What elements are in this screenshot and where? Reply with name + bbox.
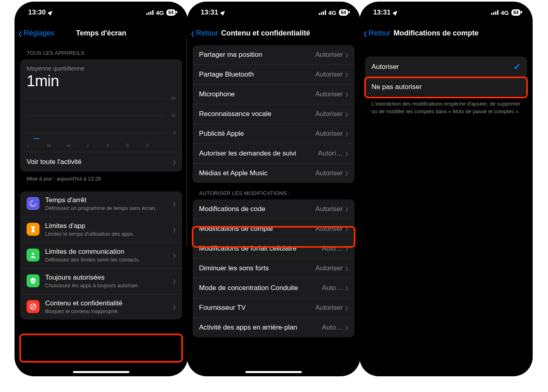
usage-card[interactable]: Moyenne quotidienne 1min 2h 1h 0 LMMJVSD… <box>20 59 182 172</box>
chevron-right-icon: › <box>345 203 348 215</box>
usage-chart: 2h 1h 0 <box>27 95 176 139</box>
setting-value: Auto… <box>322 245 343 253</box>
days-axis: LMMJVSD <box>20 141 182 148</box>
setting-row[interactable]: Modifications de forfait cellulaireAuto…… <box>193 239 355 259</box>
setting-row[interactable]: Diminuer les sons fortsAutoriser› <box>193 259 355 278</box>
section-header-devices: TOUS LES APPAREILS <box>15 43 188 59</box>
chevron-right-icon: › <box>345 148 348 160</box>
menu-item-subtitle: Définissez un programme de temps sans éc… <box>45 205 173 212</box>
setting-row[interactable]: Modifications de codeAutoriser› <box>193 199 355 219</box>
signal-icon <box>146 10 154 15</box>
settings-menu: Temps d'arrêtDéfinissez un programme de … <box>20 191 182 319</box>
nav-bar: ‹ Retour Contenu et confidentialité <box>187 23 360 43</box>
setting-label: Activité des apps en arrière-plan <box>199 324 322 332</box>
chevron-right-icon: › <box>345 223 348 235</box>
back-button[interactable]: ‹ Retour <box>191 28 218 38</box>
menu-item-title: Toujours autorisées <box>45 274 173 282</box>
menu-item-hour[interactable]: Limites d'appLimitez le temps d'utilisat… <box>20 217 182 243</box>
setting-row[interactable]: Fournisseur TVAutoriser› <box>193 298 355 318</box>
svg-point-0 <box>32 253 34 255</box>
menu-item-allow[interactable]: Toujours autoriséesChoisissez les apps à… <box>20 269 182 295</box>
setting-value: Autoriser <box>316 304 343 312</box>
setting-label: Médias et Apple Music <box>199 169 316 177</box>
setting-value: Autoriser <box>316 205 343 213</box>
setting-value: Autoriser <box>316 90 343 98</box>
back-button[interactable]: ‹ Réglages <box>19 28 54 38</box>
back-label: Réglages <box>24 29 54 37</box>
page-title: Contenu et confidentialité <box>221 29 310 37</box>
home-indicator[interactable] <box>73 371 129 373</box>
network-label: 4G <box>156 9 164 16</box>
chevron-right-icon: › <box>345 168 348 179</box>
status-time: 13:31 <box>201 8 218 17</box>
chevron-right-icon: › <box>345 69 348 81</box>
updated-label: Mise à jour : aujourd'hui à 13:28 <box>15 172 188 182</box>
chevron-right-icon: › <box>173 156 176 168</box>
menu-item-subtitle: Définissez des limites selon les contact… <box>45 257 173 263</box>
setting-value: Autoriser <box>316 71 343 79</box>
option-disallow[interactable]: Ne pas autoriser <box>365 78 527 96</box>
setting-label: Partager ma position <box>199 51 316 59</box>
setting-row[interactable]: Mode de concentration ConduiteAuto…› <box>193 278 355 298</box>
setting-row[interactable]: Partage BluetoothAutoriser› <box>193 65 355 85</box>
hour-icon <box>27 223 39 236</box>
status-bar: 13:31 4G 64 <box>187 2 360 23</box>
setting-row[interactable]: MicrophoneAutoriser› <box>193 85 355 104</box>
option-allow[interactable]: Autoriser ✓ <box>365 56 527 78</box>
setting-row[interactable]: Activité des apps en arrière-planAuto…› <box>193 318 355 337</box>
menu-item-subtitle: Bloquez le contenu inapproprié. <box>45 308 173 315</box>
setting-value: Autoriser <box>316 110 343 118</box>
menu-item-title: Limites de communication <box>45 248 173 256</box>
menu-item-subtitle: Limitez le temps d'utilisation des apps. <box>45 231 173 238</box>
home-indicator[interactable] <box>245 371 302 373</box>
see-all-activity[interactable]: Voir toute l'activité › <box>20 152 182 172</box>
svg-line-2 <box>31 304 35 309</box>
page-title: Temps d'écran <box>76 29 127 37</box>
menu-item-title: Temps d'arrêt <box>45 196 173 204</box>
chevron-left-icon: ‹ <box>363 26 367 40</box>
setting-value: Autoriser <box>316 169 343 177</box>
setting-label: Modifications de forfait cellulaire <box>199 245 322 253</box>
setting-label: Publicité Apple <box>199 130 316 138</box>
chevron-right-icon: › <box>345 282 348 294</box>
signal-icon <box>491 10 498 15</box>
page-title: Modifications de compte <box>394 29 479 37</box>
chevron-right-icon: › <box>345 243 348 255</box>
chevron-right-icon: › <box>345 89 348 100</box>
setting-row[interactable]: Autoriser les demandes de suiviAutori…› <box>193 144 355 164</box>
comm-icon <box>27 249 39 261</box>
status-time: 13:31 <box>373 8 390 17</box>
chevron-right-icon: › <box>173 250 176 261</box>
setting-row[interactable]: Modifications de compteAutoriser› <box>193 219 355 239</box>
setting-value: Autoriser <box>316 225 343 233</box>
menu-item-subtitle: Choisissez les apps à toujours autoriser… <box>45 282 173 289</box>
back-label: Retour <box>196 29 218 37</box>
menu-item-priv[interactable]: Contenu et confidentialitéBloquez le con… <box>20 295 182 320</box>
screenshot-3-account-changes: 13:31 4G 64 ‹ Retour Modifications de co… <box>359 2 533 376</box>
back-label: Retour <box>369 29 390 37</box>
setting-value: Autoriser <box>316 264 343 272</box>
screenshot-1-screen-time: 13:30 4G 64 ‹ Réglages Temps d'écran TOU… <box>15 2 188 376</box>
battery-icon: 64 <box>511 9 521 16</box>
setting-row[interactable]: Reconnaissance vocaleAutoriser› <box>193 104 355 124</box>
battery-icon: 64 <box>339 9 348 16</box>
setting-label: Reconnaissance vocale <box>199 110 316 118</box>
setting-value: Autoriser <box>316 130 343 138</box>
screenshot-2-content-privacy: 13:31 4G 64 ‹ Retour Contenu et confiden… <box>187 2 360 376</box>
status-bar: 13:31 4G 64 <box>359 2 533 23</box>
setting-value: Autoriser <box>316 51 343 59</box>
setting-row[interactable]: Publicité AppleAutoriser› <box>193 124 355 144</box>
moon-icon <box>27 197 39 210</box>
section-footer: L'interdiction des modifications empêche… <box>359 96 533 119</box>
menu-item-moon[interactable]: Temps d'arrêtDéfinissez un programme de … <box>20 191 182 217</box>
chevron-right-icon: › <box>345 322 348 334</box>
setting-label: Fournisseur TV <box>199 304 316 312</box>
menu-item-comm[interactable]: Limites de communicationDéfinissez des l… <box>20 243 182 269</box>
chevron-right-icon: › <box>345 49 348 61</box>
setting-row[interactable]: Partager ma positionAutoriser› <box>193 45 355 65</box>
privacy-group-1: Partager ma positionAutoriser›Partage Bl… <box>193 45 355 183</box>
network-label: 4G <box>328 9 336 16</box>
status-bar: 13:30 4G 64 <box>15 2 188 23</box>
back-button[interactable]: ‹ Retour <box>363 28 390 38</box>
setting-row[interactable]: Médias et Apple MusicAutoriser› <box>193 164 355 183</box>
